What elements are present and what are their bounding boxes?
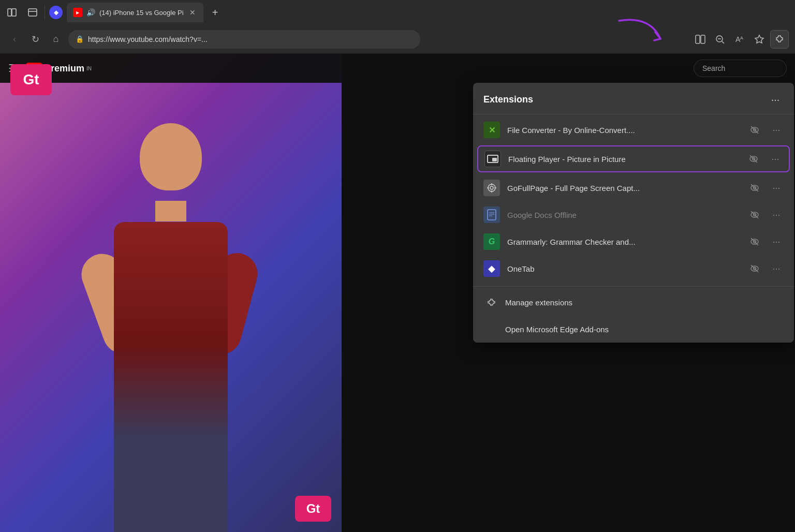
extensions-panel-title: Extensions <box>483 94 533 105</box>
youtube-header: ☰ Premium IN Search <box>0 54 795 83</box>
floating-pip-name: Floating Player - Picture in Picture <box>508 155 739 164</box>
floating-pip-menu-button[interactable]: ··· <box>768 152 783 166</box>
gl-logo-topleft: Gt <box>10 64 52 95</box>
manage-extensions-item[interactable]: Manage extensions <box>473 289 794 316</box>
sidebar-toggle-button[interactable] <box>4 5 20 20</box>
browser-frame: 🔊 (14) iPhone 15 vs Google Pi ✕ + ‹ ↻ ⌂ … <box>0 0 795 532</box>
extensions-more-button[interactable]: ··· <box>767 91 784 108</box>
favorites-button[interactable] <box>750 31 768 48</box>
url-text: https://www.youtube.com/watch?v=... <box>88 35 413 43</box>
onetab-pinned-icon[interactable] <box>49 6 63 19</box>
svg-text:Aᴬ: Aᴬ <box>735 35 743 43</box>
svg-rect-25 <box>488 210 496 220</box>
video-area: Gt Gt <box>0 54 342 532</box>
grammarly-name: Grammarly: Grammar Checker and... <box>507 238 740 246</box>
person-body <box>114 222 228 532</box>
open-addons-label: Open Microsoft Edge Add-ons <box>505 325 609 334</box>
file-converter-name: File Converter - By Online-Convert.... <box>507 126 740 135</box>
onetab-visibility-toggle[interactable] <box>747 261 762 276</box>
split-screen-button[interactable] <box>691 31 709 48</box>
extensions-dropdown: Extensions ··· ✕ File Converter - By Onl… <box>473 83 794 343</box>
file-converter-icon: ✕ <box>483 122 500 138</box>
extension-item-gofullpage[interactable]: GoFullPage - Full Page Screen Capt... ··… <box>473 174 794 201</box>
extension-item-onetab[interactable]: ◆ OneTab ··· <box>473 255 794 282</box>
new-tab-button[interactable]: + <box>208 5 223 20</box>
tab-title: (14) iPhone 15 vs Google Pi <box>99 9 184 17</box>
file-converter-menu-button[interactable]: ··· <box>769 123 784 137</box>
floating-pip-icon <box>484 151 501 167</box>
pip-icon-shape <box>487 155 498 163</box>
manage-extensions-icon <box>483 295 498 309</box>
gl-logo-bottomright: Gt <box>295 496 331 522</box>
google-docs-name: Google Docs Offline <box>507 211 740 219</box>
gofullpage-visibility-toggle[interactable] <box>747 181 762 195</box>
url-path: /watch?v=... <box>169 35 208 43</box>
extensions-divider <box>473 286 794 287</box>
google-docs-visibility-toggle[interactable] <box>747 208 762 222</box>
address-bar: ‹ ↻ ⌂ 🔒 https://www.youtube.com/watch?v=… <box>0 25 795 54</box>
youtube-locale-badge: IN <box>86 66 92 71</box>
home-button[interactable]: ⌂ <box>48 31 64 48</box>
tab-bar: 🔊 (14) iPhone 15 vs Google Pi ✕ + <box>0 0 795 25</box>
toolbar-right: Aᴬ <box>691 30 789 49</box>
extensions-button[interactable] <box>770 30 789 49</box>
svg-point-17 <box>490 186 493 189</box>
active-tab[interactable]: 🔊 (14) iPhone 15 vs Google Pi ✕ <box>67 3 203 22</box>
gofullpage-name: GoFullPage - Full Page Screen Capt... <box>507 184 740 193</box>
svg-line-7 <box>722 41 725 43</box>
video-background: Gt Gt <box>0 54 342 532</box>
person-figure <box>67 101 274 532</box>
grammarly-visibility-toggle[interactable] <box>747 234 762 249</box>
svg-rect-2 <box>28 9 37 16</box>
manage-extensions-label: Manage extensions <box>505 298 572 307</box>
gofullpage-icon <box>483 180 500 196</box>
grammarly-icon: G <box>483 233 500 250</box>
extensions-panel-header: Extensions ··· <box>473 83 794 114</box>
url-domain: https://www.youtube.com <box>88 35 169 43</box>
onetab-menu-button[interactable]: ··· <box>769 261 784 276</box>
google-docs-icon <box>483 206 500 223</box>
extension-item-google-docs[interactable]: Google Docs Offline ··· <box>473 201 794 228</box>
tab-bar-left <box>4 5 40 20</box>
page-content: ☰ Premium IN Search <box>0 54 795 532</box>
url-bar[interactable]: 🔒 https://www.youtube.com/watch?v=... <box>68 30 420 49</box>
gofullpage-menu-button[interactable]: ··· <box>769 181 784 195</box>
zoom-button[interactable] <box>711 31 729 48</box>
read-aloud-button[interactable]: Aᴬ <box>731 31 748 48</box>
person-neck <box>155 201 186 221</box>
tab-view-toggle-button[interactable] <box>25 5 40 20</box>
onetab-name: OneTab <box>507 264 740 273</box>
refresh-button[interactable]: ↻ <box>27 31 43 48</box>
open-addons-item[interactable]: Open Microsoft Edge Add-ons <box>473 316 794 343</box>
floating-pip-visibility-toggle[interactable] <box>746 152 761 166</box>
search-placeholder: Search <box>702 64 725 72</box>
google-docs-menu-button[interactable]: ··· <box>769 208 784 222</box>
file-converter-visibility-toggle[interactable] <box>747 123 762 137</box>
extension-item-file-converter[interactable]: ✕ File Converter - By Online-Convert....… <box>473 116 794 143</box>
open-addons-icon <box>483 322 498 336</box>
youtube-page: ☰ Premium IN Search <box>0 54 795 532</box>
svg-rect-0 <box>8 9 11 16</box>
extension-item-grammarly[interactable]: G Grammarly: Grammar Checker and... ··· <box>473 228 794 255</box>
tab-divider <box>45 5 45 20</box>
svg-rect-5 <box>701 35 705 43</box>
onetab-icon: ◆ <box>483 260 500 277</box>
svg-rect-4 <box>696 35 700 43</box>
youtube-search[interactable]: Search <box>694 60 787 77</box>
grammarly-menu-button[interactable]: ··· <box>769 234 784 249</box>
youtube-favicon <box>73 8 82 17</box>
extensions-list: ✕ File Converter - By Online-Convert....… <box>473 114 794 284</box>
person-head <box>140 123 202 190</box>
svg-rect-1 <box>12 9 16 16</box>
tab-close-button[interactable]: ✕ <box>188 8 197 17</box>
back-button[interactable]: ‹ <box>6 31 23 48</box>
extension-item-floating-pip[interactable]: Floating Player - Picture in Picture ··· <box>477 145 790 172</box>
audio-playing-icon: 🔊 <box>86 8 95 17</box>
svg-point-16 <box>488 184 495 191</box>
lock-icon: 🔒 <box>76 35 84 43</box>
